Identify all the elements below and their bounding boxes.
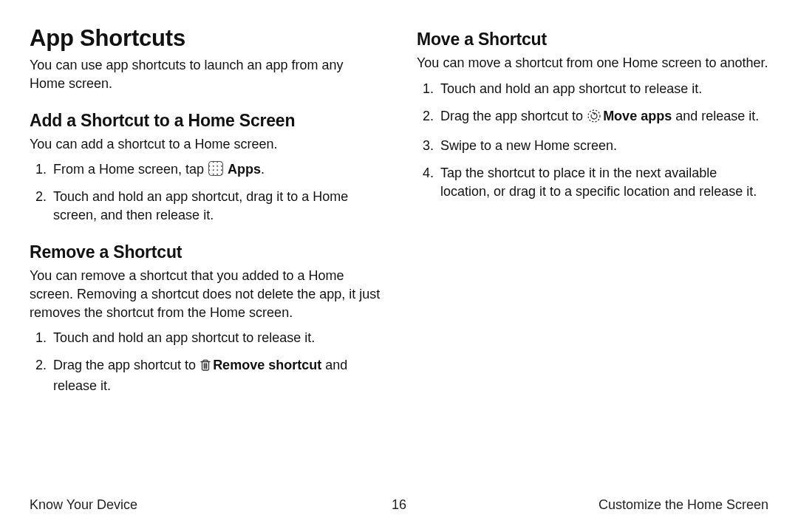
document-page: App Shortcuts You can use app shortcuts … [0, 0, 798, 532]
page-title: App Shortcuts [30, 25, 381, 52]
remove-shortcut-heading: Remove a Shortcut [30, 242, 381, 262]
move-shortcut-steps: Touch and hold an app shortcut to releas… [417, 80, 768, 201]
apps-label: Apps [228, 162, 261, 177]
list-item: Tap the shortcut to place it in the next… [437, 164, 768, 201]
step-text: Drag the app shortcut to [53, 358, 200, 372]
list-item: Drag the app shortcut to Move apps and r… [437, 107, 768, 129]
add-shortcut-heading: Add a Shortcut to a Home Screen [30, 111, 381, 131]
move-shortcut-heading: Move a Shortcut [417, 30, 768, 50]
intro-paragraph: You can use app shortcuts to launch an a… [30, 56, 381, 93]
remove-shortcut-steps: Touch and hold an app shortcut to releas… [30, 329, 381, 395]
two-column-layout: App Shortcuts You can use app shortcuts … [30, 25, 768, 404]
step-text: and release it. [672, 109, 759, 123]
add-shortcut-intro: You can add a shortcut to a Home screen. [30, 135, 381, 154]
apps-icon [208, 161, 223, 176]
step-text: From a Home screen, tap [53, 162, 208, 177]
left-column: App Shortcuts You can use app shortcuts … [30, 25, 381, 404]
remove-shortcut-intro: You can remove a shortcut that you added… [30, 267, 381, 321]
move-apps-icon [587, 109, 601, 129]
step-text: Drag the app shortcut to [440, 109, 587, 123]
list-item: Swipe to a new Home screen. [437, 137, 768, 155]
list-item: Drag the app shortcut to Remove shortcut… [50, 356, 381, 395]
move-apps-label: Move apps [603, 109, 672, 123]
page-footer: Know Your Device 16 Customize the Home S… [30, 497, 768, 513]
right-column: Move a Shortcut You can move a shortcut … [417, 25, 768, 404]
move-shortcut-intro: You can move a shortcut from one Home sc… [417, 54, 768, 72]
page-number: 16 [30, 497, 768, 513]
svg-point-0 [588, 110, 600, 122]
step-text: . [261, 162, 265, 177]
list-item: Touch and hold an app shortcut to releas… [437, 80, 768, 98]
trash-icon [200, 358, 211, 377]
list-item: Touch and hold an app shortcut to releas… [50, 329, 381, 347]
add-shortcut-steps: From a Home screen, tap Apps. Touch and … [30, 160, 381, 224]
list-item: Touch and hold an app shortcut, drag it … [50, 188, 381, 225]
remove-shortcut-label: Remove shortcut [213, 358, 321, 372]
list-item: From a Home screen, tap Apps. [50, 160, 381, 179]
